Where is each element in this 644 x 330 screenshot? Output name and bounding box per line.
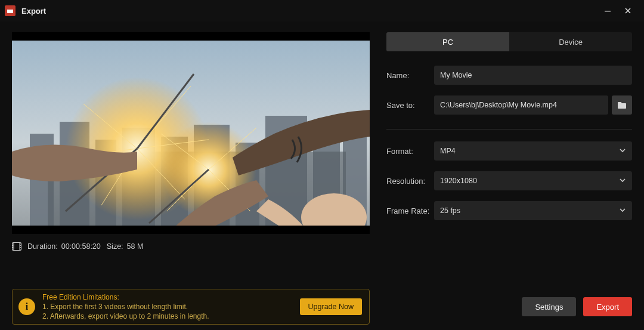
- browse-button[interactable]: [612, 95, 632, 115]
- size-label: Size:: [107, 242, 123, 251]
- svg-rect-45: [20, 249, 21, 249]
- svg-rect-33: [12, 226, 370, 234]
- framerate-select[interactable]: 25 fps: [434, 201, 632, 220]
- duration-label: Duration:: [27, 242, 58, 251]
- title-bar: Export: [0, 0, 644, 21]
- upgrade-button[interactable]: Upgrade Now: [300, 298, 362, 315]
- name-input[interactable]: [434, 66, 632, 85]
- minimize-button[interactable]: [597, 0, 618, 21]
- limitations-line1: 1. Export the first 3 videos without len…: [42, 303, 188, 311]
- app-logo-icon: [5, 5, 16, 16]
- format-label: Format:: [386, 147, 434, 156]
- name-label: Name:: [386, 71, 434, 80]
- close-button[interactable]: [618, 0, 638, 21]
- chevron-down-icon: [619, 206, 626, 215]
- content-area: Duration: 00:00:58:20 Size: 58 M PC Devi…: [0, 21, 644, 277]
- close-icon: [624, 7, 631, 14]
- minimize-icon: [604, 7, 611, 14]
- framerate-value: 25 fps: [440, 206, 460, 215]
- svg-rect-44: [20, 247, 21, 248]
- resolution-value: 1920x1080: [440, 177, 477, 185]
- film-icon: [12, 242, 21, 251]
- saveto-input[interactable]: [434, 95, 608, 115]
- svg-rect-42: [20, 243, 21, 244]
- settings-button[interactable]: Settings: [522, 297, 576, 316]
- target-tabs: PC Device: [386, 32, 632, 51]
- resolution-label: Resolution:: [386, 177, 434, 186]
- chevron-down-icon: [619, 147, 626, 156]
- limitations-line2: 2. Afterwards, export video up to 2 minu…: [42, 312, 209, 320]
- tab-device[interactable]: Device: [509, 32, 632, 51]
- divider: [386, 129, 632, 129]
- format-value: MP4: [440, 147, 456, 155]
- preview-panel: Duration: 00:00:58:20 Size: 58 M: [12, 32, 370, 277]
- export-button[interactable]: Export: [583, 297, 632, 316]
- folder-icon: [617, 101, 627, 109]
- saveto-label: Save to:: [386, 101, 434, 110]
- svg-rect-39: [13, 245, 13, 246]
- limitations-banner: i Free Edition Limitations: 1. Export th…: [12, 289, 370, 325]
- svg-rect-1: [7, 8, 13, 10]
- duration-value: 00:00:58:20: [61, 242, 101, 251]
- svg-rect-32: [12, 32, 370, 41]
- chevron-down-icon: [619, 177, 626, 186]
- limitations-text: Free Edition Limitations: 1. Export the …: [42, 292, 293, 322]
- svg-rect-38: [13, 243, 13, 244]
- svg-rect-41: [13, 249, 13, 249]
- export-settings-panel: PC Device Name: Save to:: [370, 32, 632, 277]
- framerate-label: Frame Rate:: [386, 206, 434, 215]
- size-value: 58 M: [127, 242, 144, 251]
- resolution-select[interactable]: 1920x1080: [434, 171, 632, 190]
- svg-rect-40: [13, 247, 13, 248]
- svg-rect-43: [20, 245, 21, 246]
- info-icon: i: [18, 298, 35, 315]
- svg-rect-2: [605, 11, 611, 11]
- video-preview: [12, 32, 370, 234]
- tab-pc[interactable]: PC: [386, 32, 509, 51]
- limitations-header: Free Edition Limitations:: [42, 293, 119, 301]
- format-select[interactable]: MP4: [434, 141, 632, 161]
- footer-bar: i Free Edition Limitations: 1. Export th…: [0, 283, 644, 330]
- preview-meta: Duration: 00:00:58:20 Size: 58 M: [12, 242, 370, 251]
- window-title: Export: [21, 7, 46, 16]
